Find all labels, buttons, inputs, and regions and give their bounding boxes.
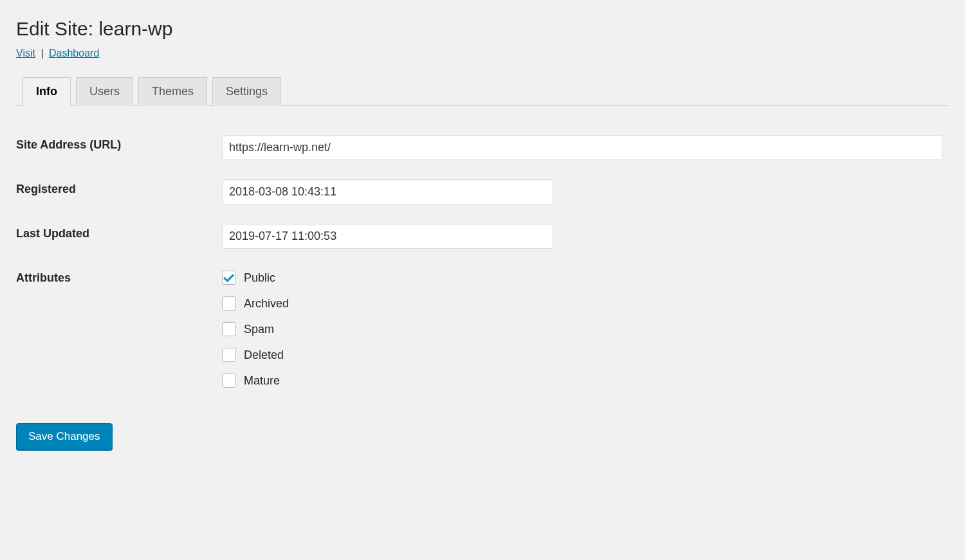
attribute-public: Public (222, 271, 949, 285)
visit-link[interactable]: Visit (16, 48, 35, 59)
attribute-spam: Spam (222, 322, 949, 336)
public-checkbox[interactable] (222, 271, 236, 285)
dashboard-link[interactable]: Dashboard (49, 48, 99, 59)
public-label[interactable]: Public (244, 271, 275, 285)
deleted-checkbox[interactable] (222, 348, 236, 362)
attribute-archived: Archived (222, 296, 949, 311)
last-updated-label: Last Updated (16, 214, 222, 258)
tab-themes[interactable]: Themes (138, 77, 207, 106)
page-title: Edit Site: learn-wp (16, 16, 949, 41)
tab-settings[interactable]: Settings (212, 77, 281, 106)
form-table: Site Address (URL) Registered Last Updat… (16, 125, 949, 397)
link-separator: | (41, 48, 43, 59)
archived-checkbox[interactable] (222, 296, 236, 311)
attribute-deleted: Deleted (222, 348, 949, 362)
registered-label: Registered (16, 170, 222, 214)
attributes-list: Public Archived Spam Deleted Mature (222, 268, 949, 388)
sub-links: Visit | Dashboard (16, 48, 949, 59)
attribute-mature: Mature (222, 374, 949, 388)
mature-label[interactable]: Mature (244, 374, 280, 388)
tab-users[interactable]: Users (76, 77, 133, 106)
deleted-label[interactable]: Deleted (244, 348, 284, 362)
attributes-label: Attributes (16, 258, 222, 397)
mature-checkbox[interactable] (222, 374, 236, 388)
site-address-label: Site Address (URL) (16, 125, 222, 170)
nav-tabs: Info Users Themes Settings (16, 77, 949, 106)
site-address-input[interactable] (222, 135, 942, 160)
tab-info[interactable]: Info (23, 77, 71, 106)
spam-label[interactable]: Spam (244, 323, 274, 336)
registered-input[interactable] (222, 179, 553, 204)
last-updated-input[interactable] (222, 224, 553, 249)
spam-checkbox[interactable] (222, 322, 236, 336)
archived-label[interactable]: Archived (244, 297, 289, 311)
save-button[interactable]: Save Changes (16, 423, 113, 450)
